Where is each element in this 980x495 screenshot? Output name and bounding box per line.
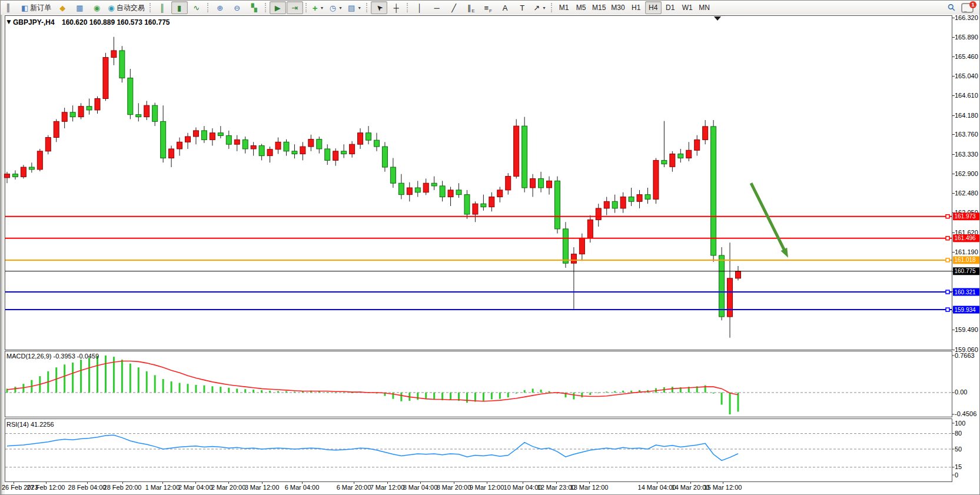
macd-histogram-bar	[450, 393, 451, 400]
fibonacci-icon-sub: F	[489, 8, 492, 14]
bar-chart-icon: ║	[160, 4, 165, 12]
tf-h4[interactable]: H4	[645, 1, 662, 14]
macd-histogram-bar	[540, 390, 542, 393]
auto-scroll-icon: ▶	[275, 4, 281, 12]
macd-indicator-label: MACD(12,26,9) -0.3953 -0.0459	[6, 353, 99, 360]
macd-histogram-bar	[483, 393, 484, 401]
macd-histogram-bar	[614, 391, 616, 393]
tf-m15[interactable]: M15	[590, 1, 608, 14]
toolbar-group: ║▮∿	[154, 1, 205, 14]
chart-shift-icon[interactable]: ⇥	[287, 1, 303, 14]
macd-histogram-bar	[466, 393, 468, 403]
price-axis-label: 166.320	[955, 15, 978, 21]
trendline-icon: ╱	[451, 4, 456, 12]
macd-histogram-bar	[187, 384, 189, 393]
tf-h4-label: H4	[649, 4, 657, 12]
hline-handle[interactable]	[946, 308, 949, 311]
time-axis-label: 15 Mar 12:00	[704, 484, 742, 491]
text-label-icon[interactable]: T	[514, 1, 530, 14]
macd-histogram-bar	[425, 393, 427, 399]
chevron-down-icon[interactable]: ▼	[320, 6, 324, 10]
tf-w1[interactable]: W1	[679, 1, 696, 14]
macd-histogram-bar	[713, 393, 715, 394]
zoom-in-icon[interactable]: ⊕	[212, 1, 228, 14]
arrows-icon[interactable]: ↗▼	[531, 1, 549, 14]
line-chart-icon: ∿	[193, 4, 200, 12]
horizontal-line-icon[interactable]: ─	[428, 1, 445, 14]
tf-m1[interactable]: M1	[556, 1, 572, 14]
data-window-icon[interactable]: ▦	[71, 1, 88, 14]
price-axis-label: 161.190	[955, 248, 978, 255]
vertical-line-icon: │	[417, 4, 422, 12]
bar-chart-icon[interactable]: ║	[154, 1, 171, 14]
tf-d1[interactable]: D1	[662, 1, 679, 14]
fibonacci-icon[interactable]: ≡F	[480, 1, 496, 14]
tf-h1[interactable]: H1	[628, 1, 645, 14]
clipped-icon[interactable]: ▍	[2, 1, 18, 14]
chevron-down-icon[interactable]: ▼	[542, 6, 546, 10]
chart-canvas[interactable]: 166.320165.890165.460165.040164.610164.1…	[1, 15, 980, 495]
macd-histogram-bar	[589, 393, 591, 395]
chevron-down-icon[interactable]: ▼	[357, 6, 361, 10]
arrows-icon: ↗	[533, 4, 540, 12]
hline-handle[interactable]	[946, 290, 949, 294]
macd-axis-label: 0.00	[955, 388, 967, 396]
time-axis-label: 6 Mar 20:00	[337, 484, 371, 491]
chart-title-ohlc: 160.620 160.889 160.573 160.775	[62, 18, 170, 26]
toolbar-group: ➤┼	[371, 1, 404, 14]
macd-histogram-bar	[507, 393, 509, 397]
chevron-down-icon[interactable]: ▼	[338, 6, 343, 10]
macd-histogram-bar	[573, 393, 574, 400]
navigator-icon[interactable]: ◉	[88, 1, 105, 14]
auto-scroll-icon[interactable]: ▶	[270, 1, 286, 14]
macd-histogram-bar	[211, 386, 213, 393]
templates-button[interactable]: ▤▼	[346, 1, 364, 14]
hline-handle[interactable]	[946, 237, 949, 240]
market-watch-icon: ◆	[59, 4, 65, 12]
indicators-button[interactable]: +▼	[310, 1, 327, 14]
price-axis-label: 165.460	[955, 53, 978, 60]
text-icon: A	[503, 4, 508, 12]
hline-handle[interactable]	[946, 215, 949, 218]
time-axis-label: 6 Mar 04:00	[285, 484, 320, 491]
macd-histogram-bar	[400, 393, 402, 401]
macd-histogram-bar	[171, 381, 172, 393]
hline-handle[interactable]	[946, 258, 949, 262]
notifications-icon[interactable]: 1	[961, 3, 974, 13]
tf-m5[interactable]: M5	[573, 1, 589, 14]
candlestick-chart-icon[interactable]: ▮	[171, 1, 188, 14]
new-order-button[interactable]: ◧新订单	[19, 1, 54, 14]
price-axis-label: 162.480	[955, 190, 978, 197]
tf-m30[interactable]: M30	[609, 1, 627, 14]
vertical-line-icon[interactable]: │	[411, 1, 428, 14]
cursor-icon[interactable]: ➤	[371, 1, 387, 14]
trendline-icon[interactable]: ╱	[446, 1, 462, 14]
macd-histogram-bar	[294, 391, 295, 393]
chart-dropdown-icon[interactable]: ▼	[5, 18, 12, 26]
new-order-button: ◧	[21, 4, 28, 12]
line-chart-icon[interactable]: ∿	[188, 1, 205, 14]
equidistant-channel-icon[interactable]: ∥E	[463, 1, 479, 14]
text-label-icon: T	[520, 4, 524, 12]
time-axis-label: 13 Mar 12:00	[570, 484, 609, 491]
price-axis-label: 164.610	[955, 92, 978, 99]
macd-histogram-bar	[335, 393, 337, 393]
price-axis-label: 163.760	[955, 131, 978, 138]
horizontal-line-icon: ─	[434, 4, 440, 12]
rsi-axis-label: 80	[955, 430, 962, 437]
macd-histogram-bar	[80, 360, 82, 393]
text-icon[interactable]: A	[497, 1, 513, 14]
tf-mn[interactable]: MN	[696, 1, 713, 14]
autotrading-button[interactable]: ◉自动交易	[105, 1, 147, 14]
macd-histogram-bar	[55, 367, 57, 393]
tile-windows-icon[interactable]: ▚	[246, 1, 263, 14]
macd-histogram-bar	[138, 367, 139, 393]
chart-window[interactable]: 166.320165.890165.460165.040164.610164.1…	[1, 15, 980, 495]
crosshair-icon[interactable]: ┼	[388, 1, 404, 14]
hline-price-tag-label: 161.973	[955, 213, 976, 220]
periods-button[interactable]: ◷▼	[327, 1, 345, 14]
search-icon[interactable]: ⚲	[946, 2, 958, 14]
zoom-out-icon[interactable]: ⊖	[229, 1, 245, 14]
macd-histogram-bar	[327, 392, 328, 393]
market-watch-icon[interactable]: ◆	[54, 1, 71, 14]
